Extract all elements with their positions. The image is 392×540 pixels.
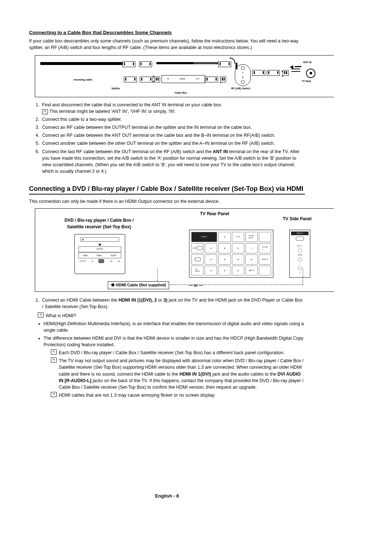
s2-1a: Connect an HDMI Cable between the — [42, 298, 119, 303]
diagram-cablebox: IN CABLE OUT A B Incoming cable Splitter — [35, 55, 334, 97]
note-icon: ✎ — [51, 392, 57, 397]
tvrear-label: TV Rear — [302, 79, 311, 83]
or-text: or — [194, 283, 198, 287]
section1-steps: Find and disconnect the cable that is co… — [41, 102, 305, 175]
switch-b-label: B — [242, 76, 244, 79]
note-icon: ✎ — [42, 109, 48, 114]
n2c: jack and the audio cables to the — [211, 372, 278, 377]
antin-label: ANT IN — [303, 61, 311, 64]
dvd-device-box: ◉ OUTPUT HDMI VIDEO AUDIO RF INPUT ◉ R ◉… — [74, 234, 125, 274]
rfswitch-label: RF (A/B) Switch — [231, 87, 250, 90]
section2-title: Connecting a DVD / Blu-ray player / Cabl… — [29, 184, 305, 193]
diag-in-label: IN — [167, 78, 169, 80]
section1-title: Connecting to a Cable Box that Descrambl… — [29, 29, 305, 36]
device-output-label: OUTPUT — [97, 248, 103, 251]
step6-b: ANT IN — [213, 149, 228, 154]
section2-intro: This connection can only be made if ther… — [29, 198, 305, 205]
section2-rule — [29, 194, 305, 195]
note-icon: ✎ — [38, 312, 44, 318]
device-audio-label: AUDIO — [111, 254, 117, 257]
section1-intro: If your cable box descrambles only some … — [29, 38, 305, 51]
hdmi-b1: HDMI(High-Definition Multimedia Interfac… — [44, 320, 305, 334]
note-n2: The TV may not output sound and pictures… — [59, 357, 305, 390]
s2-1d: 3) — [163, 298, 167, 303]
note-n3: HDMI cables that are not 1.3 may cause a… — [59, 392, 305, 398]
step2: Connect this cable to a two-way splitter… — [41, 116, 305, 123]
page-footer: English - 8 — [29, 493, 305, 500]
what-is-hdmi: What is HDMI? — [46, 312, 305, 319]
or-label: — or — — [189, 283, 203, 289]
s2-step1: Connect an HDMI Cable between the HDMI I… — [41, 297, 305, 310]
device-hdmi-label: HDMI — [83, 254, 88, 257]
device-rf-label: RF INPUT — [80, 260, 86, 262]
step3: Connect an RF cable between the OUTPUT t… — [41, 124, 305, 131]
device-video-label: VIDEO — [97, 254, 102, 257]
device-label: DVD / Blu-ray player / Cable Box / Satel… — [63, 217, 135, 230]
switch-a-label: A — [242, 71, 244, 74]
hdmi-b2: The difference between HDMI and DVI is t… — [44, 335, 305, 348]
step6-a: Connect the last RF cable between the OU… — [42, 149, 213, 154]
incoming-cable-label: Incoming cable — [74, 78, 92, 82]
step1: Find and disconnect the cable that is co… — [41, 102, 305, 115]
hdmi-cable-caption: ❶ HDMI Cable (Not supplied) — [108, 281, 169, 289]
n2b: HDMI IN 1(DVI) — [179, 372, 211, 377]
s2-1b: HDMI IN (1(DVI), 2 — [119, 298, 157, 303]
tv-side-label: TV Side Panel — [283, 216, 311, 222]
note-icon: ✎ — [51, 349, 57, 355]
step5: Connect another cable between the other … — [41, 140, 305, 147]
cablebox-label: Cable Box — [175, 91, 187, 95]
section2-steps: Connect an HDMI Cable between the HDMI I… — [41, 297, 305, 310]
step1-text: Find and disconnect the cable that is co… — [42, 102, 222, 107]
step6: Connect the last RF cable between the OU… — [41, 148, 305, 175]
splitter-label: Splitter — [111, 87, 120, 90]
s2-1c: or — [157, 298, 163, 303]
n2e: jacks on the back of the TV. If this hap… — [59, 378, 303, 390]
note-n1: Each DVD / Blu-ray player / Cable Box / … — [59, 349, 305, 356]
diag-cable-label: CABLE — [179, 78, 185, 80]
diagram-hdmi: DVD / Blu-ray player / Cable Box / Satel… — [35, 208, 334, 292]
step1-note: This terminal might be labeled 'ANT IN',… — [49, 109, 176, 114]
tv-rear-label: TV Rear Panel — [200, 211, 229, 217]
hdmi-bullets: HDMI(High-Definition Multimedia Interfac… — [44, 320, 305, 348]
diag-out-label: OUT — [196, 78, 200, 80]
note-icon: ✎ — [51, 357, 57, 363]
step4: Connect an RF cable between the ANT OUT … — [41, 132, 305, 139]
hdmi-cable-dashed — [157, 269, 303, 285]
